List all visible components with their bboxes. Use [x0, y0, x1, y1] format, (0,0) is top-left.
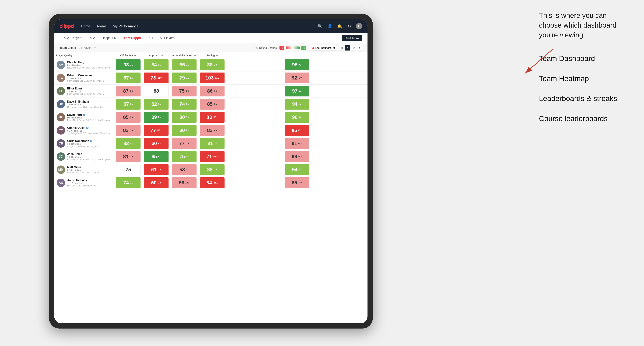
- score-change: -6▼: [214, 129, 218, 132]
- score-value: 74: [123, 180, 129, 185]
- score-value: 94: [292, 167, 298, 173]
- score-cell: 81 4▲: [198, 137, 226, 150]
- score-cell: 84 6▲: [142, 58, 170, 71]
- score-cell: 94 1▲: [226, 98, 368, 111]
- score-change: 1▲: [186, 129, 189, 132]
- subnav-all-players[interactable]: All Players: [156, 33, 178, 43]
- other-view-button[interactable]: ♡: [351, 45, 356, 51]
- grid-view-button[interactable]: ⊞: [339, 45, 344, 51]
- player-club: Woburn Golf Club, United Kingdom: [67, 172, 112, 174]
- score-value: 74: [180, 101, 185, 107]
- score-change: 15▲: [215, 77, 219, 79]
- settings-icon[interactable]: ⚙: [346, 23, 352, 29]
- annotation-item: Leaderboards & streaks: [539, 94, 630, 103]
- score-value: 61: [151, 167, 156, 173]
- nav-links: Home Teams My Performance: [81, 24, 317, 28]
- score-change: 4▲: [214, 142, 217, 145]
- score-cell: 83 -6▼: [198, 124, 226, 137]
- score-value: 89: [152, 114, 157, 120]
- table-row[interactable]: EE Elliot Ebert 1-5 Handicap Sunningdale…: [54, 85, 368, 98]
- col-header-tee[interactable]: Off the Tee →: [114, 52, 142, 58]
- subnav-pga[interactable]: PGA: [86, 33, 98, 43]
- player-info: CR Chris Robertson ✓ 1-5 Handicap Craigm…: [57, 139, 112, 148]
- score-value: 75: [179, 88, 184, 94]
- last-rounds-label: Last Rounds:: [315, 46, 331, 49]
- score-box: 77 -3▼: [172, 138, 196, 149]
- score-value: 103: [206, 75, 214, 81]
- subnav-tour[interactable]: Tour: [144, 33, 156, 43]
- score-value: 71: [206, 154, 212, 159]
- nav-link-teams[interactable]: Teams: [96, 24, 107, 28]
- score-change: 3▲: [186, 116, 189, 119]
- table-row[interactable]: DB Dave Billingham 1-5 Handicap Gog Mago…: [54, 98, 368, 111]
- tablet-screen: clippd Home Teams My Performance 🔍 👤 🔔 ⚙…: [54, 19, 368, 323]
- avatar: JC: [57, 152, 65, 161]
- player-name: David Ford ✓: [67, 113, 112, 116]
- score-cell: 73 -11▼: [142, 71, 170, 85]
- table-row[interactable]: CR Chris Robertson ✓ 1-5 Handicap Craigm…: [54, 137, 368, 150]
- score-value: 88: [154, 88, 159, 94]
- score-value: 80: [180, 128, 185, 133]
- score-value: 83: [123, 128, 128, 133]
- player-cell: BM Blair McHarg Plus Handicap Royal Nort…: [54, 58, 114, 71]
- score-box: 85 8▲: [172, 59, 196, 70]
- table-row[interactable]: MM Matt Miller 6-10 Handicap Woburn Golf…: [54, 163, 368, 176]
- score-cell: 83 -10▼: [198, 111, 226, 124]
- table-row[interactable]: DF David Ford ✓ Plus Handicap Royal Nort…: [54, 111, 368, 124]
- score-cell: 87 -3▼: [114, 85, 142, 98]
- score-box: 96 3▲: [285, 112, 309, 123]
- player-cell: MM Matt Miller 6-10 Handicap Woburn Golf…: [54, 163, 114, 176]
- score-box: 95 8▲: [144, 151, 168, 162]
- col-header-player[interactable]: Player Quality ↓: [54, 52, 114, 58]
- score-value: 75: [126, 167, 131, 173]
- score-value: 92: [292, 75, 297, 81]
- player-details: David Ford ✓ Plus Handicap Royal North D…: [67, 113, 112, 121]
- search-icon[interactable]: 🔍: [317, 23, 323, 29]
- nav-link-my-performance[interactable]: My Performance: [113, 24, 138, 28]
- player-name: Dave Billingham: [67, 100, 112, 103]
- user-avatar[interactable]: U: [356, 23, 362, 29]
- export-button[interactable]: ↑: [357, 45, 362, 51]
- score-cell: 58 10▲: [170, 176, 198, 189]
- last-rounds-button[interactable]: 📊 Last Rounds: 20: [309, 45, 337, 50]
- list-view-button[interactable]: ≡: [345, 45, 350, 51]
- subnav-hcaps[interactable]: Hcaps 1-5: [98, 33, 119, 43]
- score-box: 82 3▲: [116, 138, 140, 149]
- score-box: 89 -2▼: [285, 151, 309, 162]
- player-name: Charlie Quick ✓: [67, 126, 112, 130]
- table-row[interactable]: EC Edward Crossman 1-5 Handicap Sunningd…: [54, 71, 368, 85]
- score-box: 87 -3▼: [116, 86, 140, 96]
- last-rounds-icon: 📊: [311, 46, 314, 49]
- score-value: 83: [207, 128, 212, 133]
- annotation-arrow: [504, 45, 556, 80]
- player-details: Dave Billingham 1-5 Handicap Gog Magog G…: [67, 100, 112, 108]
- edit-icon[interactable]: ✏: [94, 46, 96, 49]
- round-change-label: 20 Round Change: [256, 46, 277, 49]
- score-box: 80 1▲: [172, 125, 196, 136]
- subnav-pgat[interactable]: PGAT Players: [60, 33, 86, 43]
- table-row[interactable]: AN Aaron Nicholls 11-15 Handicap Drift G…: [54, 176, 368, 189]
- col-header-putting[interactable]: Putting →: [198, 52, 226, 58]
- score-value: 85: [180, 62, 185, 68]
- player-details: Chris Robertson ✓ 1-5 Handicap Craigmill…: [67, 140, 112, 148]
- col-header-approach[interactable]: Approach →: [142, 52, 170, 58]
- add-team-button[interactable]: Add Team: [342, 35, 362, 41]
- table-row[interactable]: CQ Charlie Quick ✓ 6-10 Handicap St. Geo…: [54, 124, 368, 137]
- user-icon[interactable]: 👤: [326, 23, 333, 29]
- score-change: 7▲: [158, 116, 161, 119]
- col-header-around-green[interactable]: Around the Green →: [170, 52, 198, 58]
- table-row[interactable]: JC Josh Coles 1-5 Handicap Royal North D…: [54, 150, 368, 163]
- table-row[interactable]: BM Blair McHarg Plus Handicap Royal Nort…: [54, 58, 368, 71]
- bell-icon[interactable]: 🔔: [336, 23, 343, 29]
- score-change: -6▼: [214, 90, 218, 92]
- tablet-frame: clippd Home Teams My Performance 🔍 👤 🔔 ⚙…: [49, 14, 373, 329]
- verified-icon: ✓: [86, 127, 88, 129]
- avatar: BM: [57, 61, 65, 69]
- score-change: 8▲: [186, 64, 189, 66]
- score-value: 81: [123, 154, 128, 159]
- score-value: 85: [123, 114, 128, 120]
- score-change: -3▼: [214, 103, 218, 105]
- team-info-bar: Team Clippd | 14 Players ✏ 20 Round Chan…: [54, 43, 368, 52]
- nav-link-home[interactable]: Home: [81, 24, 90, 28]
- subnav-team-clippd[interactable]: Team Clippd: [119, 33, 144, 43]
